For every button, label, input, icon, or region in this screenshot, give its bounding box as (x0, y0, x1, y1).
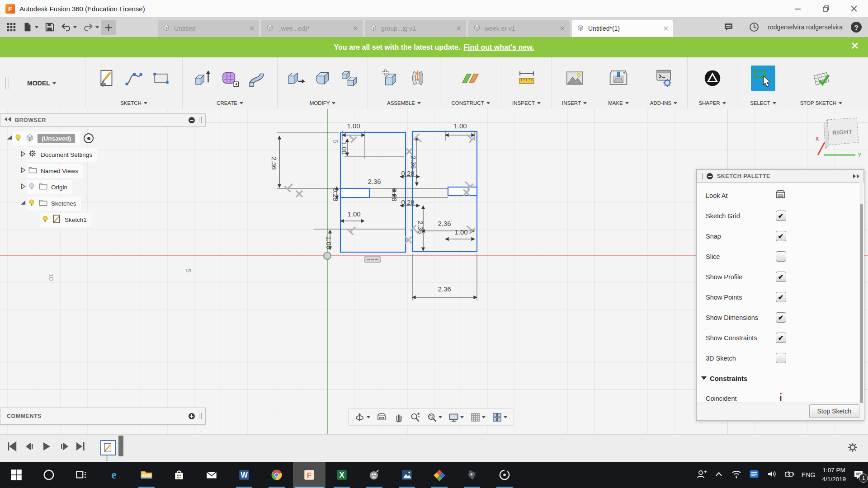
battery-icon[interactable] (784, 469, 795, 481)
dimension-value[interactable]: 1.00 (454, 228, 467, 236)
restore-button[interactable] (812, 0, 840, 17)
fillet-icon[interactable] (311, 66, 335, 91)
taskbar-gimp-icon[interactable] (358, 462, 391, 488)
checkbox-unchecked[interactable] (776, 251, 786, 262)
dimension-value[interactable]: 2.36 (410, 155, 417, 169)
user-account-menu[interactable]: rodgerselvira rodgerselvira (768, 23, 843, 31)
expander-closed-icon[interactable] (20, 150, 27, 159)
dimension-value[interactable]: 0.28 (401, 198, 414, 206)
step-forward-button[interactable] (58, 441, 69, 454)
image-icon[interactable] (562, 66, 587, 91)
collapse-left-icon[interactable] (4, 117, 11, 123)
joint-icon[interactable] (406, 66, 430, 91)
dimension-value[interactable]: 1.00 (453, 122, 467, 130)
job-status-icon[interactable] (723, 22, 734, 33)
zoom-icon[interactable] (407, 410, 423, 424)
redo-icon[interactable] (83, 22, 99, 32)
taskbar-dart-app-icon[interactable] (456, 462, 488, 488)
ribbon-menu-shaper[interactable]: SHAPER (688, 97, 737, 109)
plane-icon[interactable] (458, 66, 483, 91)
expander-closed-icon[interactable] (20, 183, 27, 192)
collapse-panel-icon[interactable] (706, 173, 713, 180)
expander-open-icon[interactable] (6, 134, 13, 143)
checkbox-checked[interactable]: ✔ (776, 312, 786, 323)
ribbon-menu-construct[interactable]: CONSTRUCT (440, 97, 501, 109)
panel-grip[interactable] (199, 117, 202, 123)
taskbar-cortana-icon[interactable] (33, 462, 65, 488)
app-grid-icon[interactable] (6, 22, 16, 32)
ribbon-menu-assemble[interactable]: ASSEMBLE (368, 97, 440, 109)
tab-close-icon[interactable] (560, 26, 565, 31)
activate-component-radio[interactable] (84, 133, 94, 143)
dimension-value[interactable]: 1.00 (325, 236, 333, 249)
add-comment-icon[interactable] (188, 413, 195, 420)
select-icon[interactable] (751, 66, 775, 91)
ribbon-menu-modify[interactable]: MODIFY (278, 97, 368, 109)
visibility-bulb-icon[interactable] (14, 134, 22, 143)
version-history-icon[interactable] (749, 22, 760, 33)
look-at-icon[interactable] (775, 189, 787, 202)
ribbon-menu-add-ins[interactable]: ADD-INS (640, 97, 687, 109)
browser-item-document-settings[interactable]: Document Settings (0, 146, 206, 163)
view-cube[interactable]: RIGHT X Y (814, 114, 864, 160)
go-to-end-button[interactable] (75, 441, 86, 454)
form-icon[interactable] (218, 66, 242, 91)
notification-center-icon[interactable]: 1 (853, 469, 864, 481)
dimension-value[interactable]: 2.36 (270, 156, 278, 169)
taskbar-word-icon[interactable]: W (228, 462, 260, 488)
tab-close-icon[interactable] (249, 26, 255, 31)
dimension-lines[interactable] (279, 135, 477, 297)
document-tab[interactable]: group...ig v1 (365, 20, 466, 37)
dimension-value[interactable]: 0.28 (332, 188, 340, 201)
new-component-icon[interactable] (378, 66, 403, 91)
language-indicator[interactable]: ENG (802, 471, 815, 479)
viewports-icon[interactable] (489, 410, 510, 424)
taskbar-excel-icon[interactable]: X (326, 462, 358, 488)
wifi-icon[interactable] (731, 469, 742, 481)
document-tab[interactable]: Untitled*(1) (572, 20, 673, 37)
display-settings-icon[interactable] (446, 410, 467, 424)
ribbon-menu-insert[interactable]: INSERT (552, 97, 597, 109)
whats-new-link[interactable]: Find out what's new. (463, 43, 534, 52)
go-to-start-button[interactable] (6, 441, 17, 454)
dimension-value[interactable]: 1.00 (340, 141, 348, 154)
toolbar-grip[interactable] (5, 77, 9, 89)
checkbox-checked[interactable]: ✔ (776, 292, 786, 302)
minimize-button[interactable] (784, 0, 812, 17)
tab-close-icon[interactable] (663, 26, 669, 31)
ribbon-menu-stop-sketch[interactable]: STOP SKETCH (789, 97, 853, 109)
combine-icon[interactable] (338, 66, 362, 91)
workspace-menu[interactable]: MODEL (27, 80, 50, 87)
checkbox-checked[interactable]: ✔ (776, 272, 786, 282)
taskbar-fusion-360-icon[interactable]: F (293, 462, 326, 488)
ribbon-menu-inspect[interactable]: INSPECT (501, 97, 552, 109)
banner-close-icon[interactable] (851, 42, 859, 52)
taskbar-photos-icon[interactable] (391, 462, 423, 488)
coincident-icon[interactable] (778, 392, 783, 404)
checkbox-checked[interactable]: ✔ (776, 231, 786, 241)
scrollbar-thumb[interactable] (860, 204, 863, 404)
taskbar-file-explorer-icon[interactable] (130, 462, 163, 488)
timeline-marker[interactable] (118, 436, 123, 456)
create-sketch-icon[interactable] (94, 66, 119, 91)
taskbar-start-icon[interactable] (0, 462, 33, 488)
stop-sketch-button[interactable]: Stop Sketch (809, 404, 860, 418)
document-tab[interactable]: Untitled (158, 20, 259, 37)
measure-icon[interactable] (514, 66, 539, 91)
viewport[interactable]: 1.001.002.361.0052.360.282.360.280.280.2… (0, 109, 868, 434)
dimension-value[interactable]: 5 (332, 140, 340, 143)
taskbar-store-icon[interactable] (163, 462, 195, 488)
expander-open-icon[interactable] (20, 199, 27, 208)
look-at-icon[interactable] (374, 410, 390, 424)
browser-item-named-views[interactable]: Named Views (0, 163, 206, 179)
chevron-up-icon[interactable] (713, 469, 724, 481)
fit-icon[interactable] (424, 410, 445, 424)
taskbar-mail-icon[interactable] (195, 462, 228, 488)
clock[interactable]: 1:07 PM4/1/2019 (822, 466, 846, 483)
dimension-value[interactable]: 2.36 (438, 285, 451, 293)
volume-icon[interactable] (766, 469, 777, 481)
checkbox-checked[interactable]: ✔ (776, 211, 786, 221)
visibility-bulb-icon[interactable] (28, 183, 35, 192)
undo-icon[interactable] (61, 22, 77, 32)
collapse-panel-icon[interactable] (188, 117, 195, 124)
